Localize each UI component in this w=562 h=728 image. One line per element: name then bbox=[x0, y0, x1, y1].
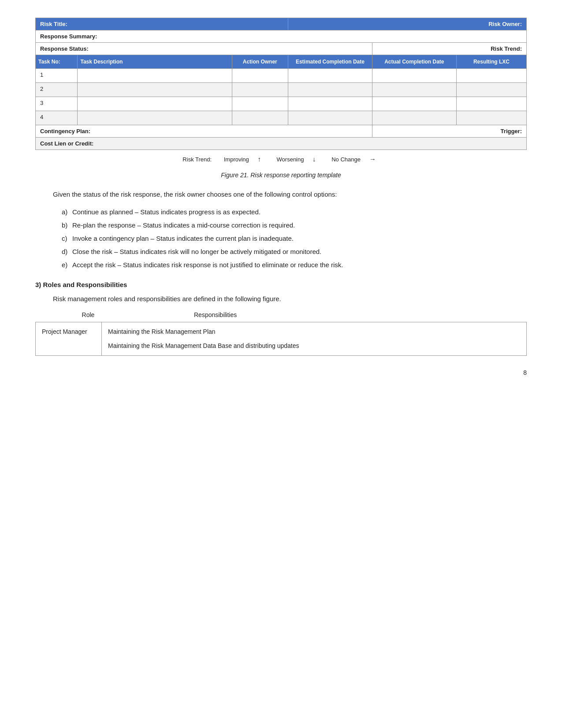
list-label: c) bbox=[62, 233, 72, 244]
risk-title-cell: Risk Title: bbox=[36, 18, 288, 30]
roles-table-headers: Role Responsibilities bbox=[35, 311, 527, 318]
trigger-label: Trigger: bbox=[372, 125, 526, 138]
improving-label: Improving bbox=[224, 156, 249, 163]
list-item: d)Close the risk – Status indicates risk… bbox=[62, 246, 527, 257]
figure-caption: Figure 21. Risk response reporting templ… bbox=[35, 172, 527, 179]
list-item: c)Invoke a contingency plan – Status ind… bbox=[62, 233, 527, 244]
roles-intro: Risk management roles and responsibiliti… bbox=[53, 294, 527, 304]
row1-no: 1 bbox=[36, 69, 78, 83]
risk-response-table: Risk Title: Risk Owner: Response Summary… bbox=[35, 18, 527, 150]
row3-no: 3 bbox=[36, 97, 78, 111]
row1-lxc bbox=[456, 69, 526, 83]
response-summary-row: Response Summary: bbox=[36, 30, 527, 43]
list-item: a)Continue as planned – Status indicates… bbox=[62, 207, 527, 217]
roles-table: Project ManagerMaintaining the Risk Mana… bbox=[35, 322, 527, 356]
improving-icon: ↑ bbox=[257, 155, 261, 163]
row3-lxc bbox=[456, 97, 526, 111]
responsibilities-cell: Maintaining the Risk Management PlanMain… bbox=[102, 322, 527, 356]
list-label: d) bbox=[62, 246, 72, 257]
role-cell: Project Manager bbox=[36, 322, 102, 356]
col-task-no: Task No: bbox=[36, 55, 78, 69]
list-text: Invoke a contingency plan – Status indic… bbox=[72, 235, 294, 242]
row4-action bbox=[232, 111, 288, 125]
page-number: 8 bbox=[35, 369, 527, 376]
row2-no: 2 bbox=[36, 83, 78, 97]
list-container: a)Continue as planned – Status indicates… bbox=[35, 207, 527, 270]
row1-actual bbox=[372, 69, 456, 83]
list-item: b)Re-plan the response – Status indicate… bbox=[62, 220, 527, 231]
no-change-label: No Change bbox=[331, 156, 361, 163]
role-header: Role bbox=[53, 311, 123, 318]
row1-action bbox=[232, 69, 288, 83]
table-row: 4 bbox=[36, 111, 527, 125]
row4-no: 4 bbox=[36, 111, 78, 125]
column-header-row: Task No: Task Description Action Owner E… bbox=[36, 55, 527, 69]
table-row: 3 bbox=[36, 97, 527, 111]
risk-trend-legend: Risk Trend: Improving ↑ Worsening ↓ No C… bbox=[35, 155, 527, 163]
row2-actual bbox=[372, 83, 456, 97]
worsening-label: Worsening bbox=[277, 156, 304, 163]
roles-row: Project ManagerMaintaining the Risk Mana… bbox=[36, 322, 527, 356]
list-item: e)Accept the risk – Status indicates ris… bbox=[62, 260, 527, 270]
row2-est bbox=[288, 83, 372, 97]
risk-trend-text: Risk Trend: bbox=[182, 156, 212, 163]
response-status-row: Response Status: Risk Trend: bbox=[36, 43, 527, 55]
row4-actual bbox=[372, 111, 456, 125]
responsibilities-header: Responsibilities bbox=[194, 311, 237, 318]
row4-desc bbox=[78, 111, 232, 125]
row3-est bbox=[288, 97, 372, 111]
row2-lxc bbox=[456, 83, 526, 97]
section-heading: 3) Roles and Responsibilities bbox=[35, 281, 527, 288]
row3-action bbox=[232, 97, 288, 111]
no-change-icon: → bbox=[369, 155, 376, 163]
risk-trend-cell: Risk Trend: bbox=[372, 43, 526, 55]
responsibility-item: Maintaining the Risk Management Data Bas… bbox=[108, 341, 520, 351]
risk-title-owner-row: Risk Title: Risk Owner: bbox=[36, 18, 527, 30]
list-text: Re-plan the response – Status indicates … bbox=[72, 221, 295, 229]
cost-lien-label: Cost Lien or Credit: bbox=[36, 138, 527, 150]
responsibility-item: Maintaining the Risk Management Plan bbox=[108, 327, 520, 336]
row4-est bbox=[288, 111, 372, 125]
table-row: 1 bbox=[36, 69, 527, 83]
body-paragraph: Given the status of the risk response, t… bbox=[53, 189, 527, 200]
col-actual-completion: Actual Completion Date bbox=[372, 55, 456, 69]
row1-desc bbox=[78, 69, 232, 83]
col-task-desc: Task Description bbox=[78, 55, 232, 69]
row4-lxc bbox=[456, 111, 526, 125]
table-row: 2 bbox=[36, 83, 527, 97]
worsening-icon: ↓ bbox=[313, 155, 316, 163]
list-label: e) bbox=[62, 260, 72, 270]
list-label: a) bbox=[62, 207, 72, 217]
contingency-row: Contingency Plan: Trigger: bbox=[36, 125, 527, 138]
row3-desc bbox=[78, 97, 232, 111]
cost-lien-row: Cost Lien or Credit: bbox=[36, 138, 527, 150]
response-summary-cell: Response Summary: bbox=[36, 30, 527, 43]
contingency-label: Contingency Plan: bbox=[36, 125, 372, 138]
list-text: Accept the risk – Status indicates risk … bbox=[72, 261, 343, 269]
col-estimated-completion: Estimated Completion Date bbox=[288, 55, 372, 69]
no-change-item: No Change → bbox=[328, 156, 379, 163]
row3-actual bbox=[372, 97, 456, 111]
row2-desc bbox=[78, 83, 232, 97]
list-text: Close the risk – Status indicates risk w… bbox=[72, 248, 321, 255]
risk-owner-cell: Risk Owner: bbox=[288, 18, 526, 30]
row2-action bbox=[232, 83, 288, 97]
response-status-cell: Response Status: bbox=[36, 43, 372, 55]
worsening-item: Worsening ↓ bbox=[273, 156, 321, 163]
list-label: b) bbox=[62, 220, 72, 231]
col-action-owner: Action Owner bbox=[232, 55, 288, 69]
improving-item: Improving ↑ bbox=[220, 156, 266, 163]
row1-est bbox=[288, 69, 372, 83]
list-text: Continue as planned – Status indicates p… bbox=[72, 208, 261, 216]
col-resulting-lxc: Resulting LXC bbox=[456, 55, 526, 69]
